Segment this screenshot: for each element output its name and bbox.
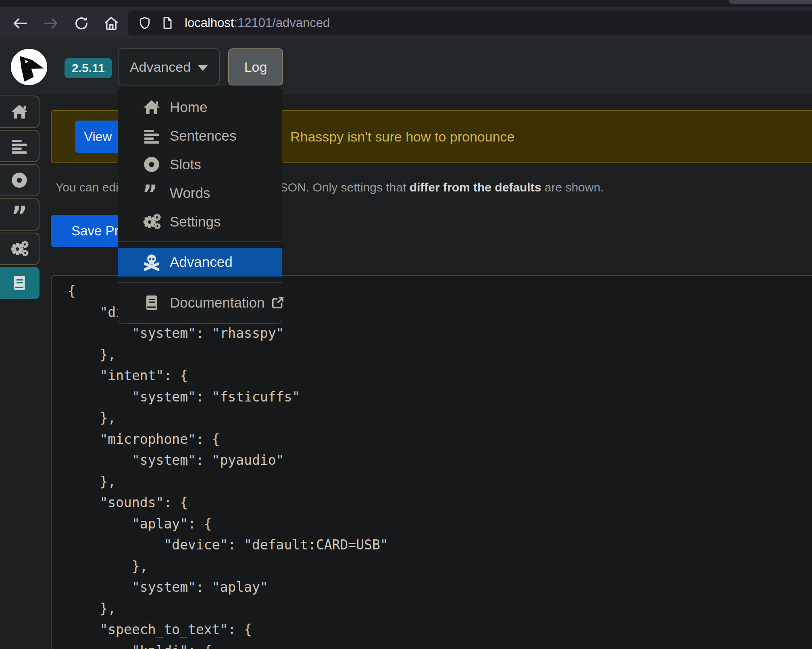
browser-active-tab-fragment[interactable] [729, 0, 812, 4]
menu-item-settings[interactable]: Settings [118, 207, 282, 236]
description-post: are shown. [541, 181, 604, 194]
sidebar-item-slots[interactable] [0, 164, 40, 196]
browser-home-icon[interactable] [103, 15, 119, 31]
dot-circle-icon [10, 171, 29, 189]
align-left-icon [10, 137, 29, 155]
page-dropdown-menu: Home Sentences Slots ” Words Settings Ad… [118, 86, 282, 324]
align-left-icon [142, 127, 161, 145]
reload-icon[interactable] [73, 15, 90, 31]
quote-icon: ” [11, 210, 28, 227]
book-icon [10, 274, 29, 292]
profile-json-editor[interactable]: { "dialogue": { "system": "rhasspy" }, "… [51, 275, 812, 649]
forward-icon[interactable] [43, 15, 59, 31]
menu-item-label: Documentation [170, 295, 264, 311]
pronounce-warning-message: Rhasspy isn't sure how to pronounce [290, 111, 514, 162]
sidebar-item-documentation[interactable] [0, 267, 40, 299]
url-path: :12101/advanced [234, 16, 330, 30]
sidebar-item-settings[interactable] [0, 233, 40, 265]
menu-item-label: Advanced [170, 254, 233, 270]
gears-icon [10, 239, 29, 258]
description-bold: differ from the defaults [410, 181, 541, 194]
page-info-icon[interactable] [160, 16, 174, 30]
url-host: localhost [185, 16, 234, 30]
dot-circle-icon [142, 155, 161, 174]
menu-item-home[interactable]: Home [118, 93, 282, 121]
menu-item-label: Words [170, 185, 210, 201]
menu-item-label: Sentences [170, 128, 236, 144]
menu-divider [118, 282, 282, 283]
back-icon[interactable] [12, 15, 28, 31]
home-icon [142, 98, 161, 116]
external-link-icon [271, 296, 285, 310]
menu-item-label: Slots [170, 156, 201, 173]
url-text: localhost:12101/advanced [185, 16, 330, 30]
browser-tab-strip [0, 0, 812, 7]
page-dropdown-button[interactable]: Advanced [118, 48, 220, 85]
menu-item-label: Settings [170, 214, 221, 230]
rhasspy-logo-raven-icon [10, 48, 48, 86]
profile-json-code[interactable]: { "dialogue": { "system": "rhasspy" }, "… [68, 281, 812, 649]
home-icon [10, 102, 29, 121]
browser-toolbar: localhost:12101/advanced [0, 7, 812, 39]
menu-item-words[interactable]: ” Words [118, 179, 282, 207]
view-button[interactable]: View [75, 121, 121, 153]
menu-item-slots[interactable]: Slots [118, 150, 282, 179]
gears-icon [142, 212, 161, 231]
menu-item-documentation[interactable]: Documentation [118, 288, 282, 317]
shield-icon[interactable] [138, 16, 152, 30]
page-dropdown-label: Advanced [130, 59, 191, 75]
url-bar[interactable]: localhost:12101/advanced [128, 10, 812, 35]
log-button[interactable]: Log [228, 48, 283, 85]
menu-item-sentences[interactable]: Sentences [118, 121, 282, 150]
sidebar-item-home[interactable] [0, 96, 40, 128]
menu-divider [118, 241, 282, 242]
chevron-down-icon [198, 65, 208, 71]
menu-item-label: Home [170, 99, 207, 115]
sidebar-item-sentences[interactable] [0, 130, 40, 162]
quote-icon: ” [142, 184, 161, 202]
skull-crossbones-icon [142, 253, 161, 271]
book-icon [142, 293, 161, 312]
menu-item-advanced[interactable]: Advanced [118, 248, 282, 277]
version-badge: 2.5.11 [65, 58, 112, 78]
sidebar-item-words[interactable]: ” [0, 198, 40, 231]
rhasspy-advanced-page: localhost:12101/advanced 2.5.11 Advanced… [0, 0, 812, 649]
